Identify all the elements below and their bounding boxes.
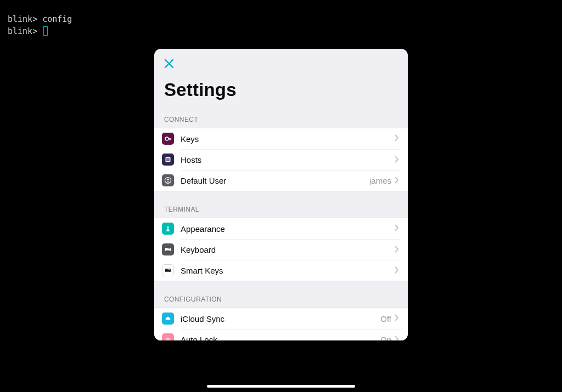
row-hosts[interactable]: Hosts xyxy=(154,149,408,170)
server-icon xyxy=(162,154,174,166)
row-value: Off xyxy=(380,314,391,323)
terminal-command: config xyxy=(42,14,72,24)
chevron-right-icon xyxy=(395,134,399,144)
row-label: Hosts xyxy=(181,155,395,164)
close-icon[interactable] xyxy=(164,59,177,72)
smart-keys-icon xyxy=(162,264,174,276)
terminal-prompt: blink> xyxy=(8,26,37,36)
terminal-rows: Appearance Keyboard Smart Keys xyxy=(154,218,408,281)
row-label: Appearance xyxy=(181,224,395,234)
cloud-icon xyxy=(162,313,174,325)
svg-point-6 xyxy=(167,179,169,181)
row-icloud-sync[interactable]: iCloud Sync Off xyxy=(154,308,408,329)
svg-rect-16 xyxy=(168,269,168,270)
row-label: Default User xyxy=(181,176,369,185)
row-label: Keyboard xyxy=(181,245,395,254)
row-label: Smart Keys xyxy=(181,266,395,275)
svg-rect-14 xyxy=(166,269,166,270)
chevron-right-icon xyxy=(395,224,399,234)
row-label: iCloud Sync xyxy=(181,314,380,323)
svg-rect-12 xyxy=(166,250,170,251)
svg-rect-17 xyxy=(169,269,170,270)
svg-rect-10 xyxy=(168,248,168,249)
svg-rect-18 xyxy=(166,271,170,271)
row-keyboard[interactable]: Keyboard xyxy=(154,239,408,260)
user-icon xyxy=(162,174,174,186)
row-label: Keys xyxy=(181,134,395,144)
terminal-cursor xyxy=(43,26,48,36)
svg-rect-4 xyxy=(166,160,170,161)
svg-rect-9 xyxy=(167,248,167,249)
terminal-prompt: blink> xyxy=(8,14,37,24)
chevron-right-icon xyxy=(395,335,399,341)
chevron-right-icon xyxy=(395,155,399,165)
chevron-right-icon xyxy=(395,314,399,323)
section-header-connect: CONNECT xyxy=(154,110,408,128)
keyboard-icon xyxy=(162,243,174,255)
section-header-configuration: CONFIGURATION xyxy=(154,281,408,308)
configuration-rows: iCloud Sync Off Auto Lock On xyxy=(154,308,408,340)
row-value: On xyxy=(380,335,391,340)
row-auto-lock[interactable]: Auto Lock On xyxy=(154,329,408,340)
chevron-right-icon xyxy=(395,245,399,255)
section-header-terminal: TERMINAL xyxy=(154,191,408,218)
svg-rect-2 xyxy=(166,158,170,159)
settings-modal: Settings CONNECT Keys Hosts xyxy=(154,49,408,340)
row-keys[interactable]: Keys xyxy=(154,128,408,149)
svg-rect-15 xyxy=(167,269,167,270)
svg-rect-8 xyxy=(166,248,166,249)
svg-rect-11 xyxy=(169,248,170,249)
row-smart-keys[interactable]: Smart Keys xyxy=(154,260,408,281)
home-indicator[interactable] xyxy=(207,385,355,388)
appearance-icon xyxy=(162,223,174,235)
row-value: james xyxy=(369,176,391,185)
svg-rect-13 xyxy=(165,269,171,272)
row-label: Auto Lock xyxy=(181,335,380,340)
row-default-user[interactable]: Default User james xyxy=(154,170,408,191)
svg-rect-7 xyxy=(165,248,171,251)
key-icon xyxy=(162,133,174,145)
chevron-right-icon xyxy=(395,266,399,276)
svg-rect-3 xyxy=(166,159,170,160)
terminal-output: blink> config blink> xyxy=(8,13,72,37)
row-appearance[interactable]: Appearance xyxy=(154,218,408,239)
page-title: Settings xyxy=(154,72,408,110)
chevron-right-icon xyxy=(395,176,399,186)
fingerprint-icon xyxy=(162,333,174,340)
connect-rows: Keys Hosts Default User james xyxy=(154,128,408,191)
